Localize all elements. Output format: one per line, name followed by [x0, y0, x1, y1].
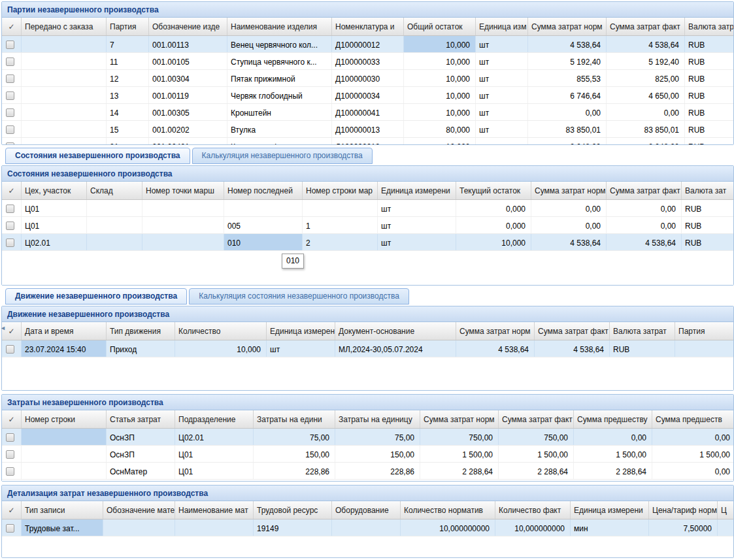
column-header[interactable]: Номер строки: [22, 410, 107, 429]
cell[interactable]: 001.00401: [149, 138, 227, 144]
row-checkbox[interactable]: [6, 222, 14, 230]
column-header[interactable]: Сумма затрат факт: [535, 322, 610, 340]
column-header[interactable]: Сумма затрат факт: [607, 182, 682, 200]
cell[interactable]: Ц01: [22, 217, 87, 234]
cell[interactable]: шт: [476, 36, 528, 53]
cell[interactable]: 14: [107, 104, 149, 121]
cell[interactable]: 2 048,00: [607, 138, 685, 144]
column-header[interactable]: Количество факт: [495, 501, 571, 519]
row-checkbox[interactable]: [6, 125, 14, 134]
column-header[interactable]: Партия: [675, 322, 733, 340]
cell[interactable]: 12: [107, 70, 149, 87]
column-header[interactable]: Ц: [718, 501, 733, 519]
cell[interactable]: 4 538,64: [535, 340, 610, 357]
cell-editor[interactable]: 010: [282, 254, 304, 269]
cell[interactable]: Кронштейн: [227, 104, 332, 121]
row-checkbox[interactable]: [6, 524, 14, 533]
column-header[interactable]: Тип записи: [22, 501, 103, 519]
cell[interactable]: [22, 429, 107, 446]
cell[interactable]: шт: [476, 121, 528, 138]
cell[interactable]: шт: [378, 217, 456, 234]
cell[interactable]: Д100000041: [332, 104, 404, 121]
cell[interactable]: шт: [378, 200, 456, 217]
checkbox-cell[interactable]: [2, 53, 22, 70]
cell[interactable]: Ступица червячного к...: [227, 53, 332, 70]
cell[interactable]: RUB: [685, 87, 733, 104]
cell[interactable]: 750,00: [499, 429, 574, 446]
column-header[interactable]: Сумма затрат факт: [607, 18, 685, 36]
cell[interactable]: RUB: [685, 53, 733, 70]
checkbox-cell[interactable]: [2, 217, 22, 234]
cell[interactable]: RUB: [685, 104, 733, 121]
column-header[interactable]: Затраты на едини: [254, 410, 335, 429]
cell[interactable]: 001.00113: [149, 36, 227, 53]
cell[interactable]: [103, 519, 175, 536]
cell[interactable]: 1 500,00: [574, 446, 652, 463]
table-row[interactable]: 21001.00401Крепление фланцевоеД100000019…: [2, 138, 733, 144]
cell[interactable]: RUB: [685, 36, 733, 53]
cell[interactable]: Червяк глобоидный: [227, 87, 332, 104]
cell[interactable]: 855,53: [528, 70, 607, 87]
cell[interactable]: 0,00: [652, 429, 733, 446]
cell[interactable]: [22, 121, 107, 138]
table-row[interactable]: ОснЗПЦ01150,00150,001 500,001 500,001 50…: [2, 446, 733, 463]
cell[interactable]: Венец червячного кол...: [227, 36, 332, 53]
cell[interactable]: [142, 200, 224, 217]
table-row[interactable]: 12001.00304Пятак прижимнойД10000003010,0…: [2, 70, 733, 87]
checkbox-cell[interactable]: [2, 463, 22, 480]
cell[interactable]: шт: [378, 234, 456, 251]
cell[interactable]: 10,000: [404, 138, 476, 144]
cell[interactable]: 001.00202: [149, 121, 227, 138]
checkbox-cell[interactable]: [2, 138, 22, 144]
cell[interactable]: 0,000: [456, 200, 531, 217]
cell[interactable]: RUB: [685, 121, 733, 138]
cell[interactable]: 10,000: [404, 53, 476, 70]
cell[interactable]: [22, 138, 107, 144]
cell[interactable]: 0,00: [607, 217, 682, 234]
table-row[interactable]: Трудовые зат...1914910,00000000010,00000…: [2, 519, 733, 536]
column-header[interactable]: Количество: [175, 322, 267, 340]
cell[interactable]: 001.00304: [149, 70, 227, 87]
tab[interactable]: Калькуляция состояния незавершенного про…: [189, 288, 409, 305]
row-checkbox[interactable]: [6, 74, 14, 83]
cell[interactable]: 83 850,01: [607, 121, 685, 138]
cell[interactable]: 15: [107, 121, 149, 138]
tab[interactable]: Калькуляция незавершенного производства: [192, 148, 373, 164]
checkbox-cell[interactable]: [2, 340, 22, 357]
cell[interactable]: Ц01: [22, 200, 87, 217]
cell[interactable]: 10,000: [404, 87, 476, 104]
cell[interactable]: 1 500,00: [420, 446, 499, 463]
column-header[interactable]: Единица измерени: [378, 182, 456, 200]
cell[interactable]: 10,000000000: [495, 519, 571, 536]
column-header[interactable]: Сумма затрат факт: [499, 410, 574, 429]
cell[interactable]: 75,00: [254, 429, 335, 446]
column-header[interactable]: Документ-основание: [335, 322, 456, 340]
select-all-checkmark-icon[interactable]: ✓: [2, 18, 22, 36]
cell[interactable]: 0,00: [607, 200, 682, 217]
column-header[interactable]: Валюта зат: [682, 182, 733, 200]
cell[interactable]: 0,00: [607, 104, 685, 121]
tab-active[interactable]: Движение незавершенного производства: [5, 288, 187, 305]
cell[interactable]: 0,00: [528, 104, 607, 121]
cell[interactable]: [224, 200, 303, 217]
cell[interactable]: 0,000: [456, 217, 531, 234]
cell[interactable]: шт: [267, 340, 335, 357]
cell[interactable]: [142, 234, 224, 251]
checkbox-cell[interactable]: [2, 446, 22, 463]
cell[interactable]: 4 650,00: [607, 87, 685, 104]
cell[interactable]: 5 192,40: [607, 53, 685, 70]
column-header[interactable]: Сумма затрат норм: [420, 410, 499, 429]
cell[interactable]: [718, 519, 733, 536]
table-row[interactable]: 7001.00113Венец червячного кол...Д100000…: [2, 36, 733, 53]
cell[interactable]: [22, 70, 107, 87]
cell[interactable]: Д100000013: [332, 121, 404, 138]
column-header[interactable]: Затраты на единицу: [335, 410, 420, 429]
table-row[interactable]: 11001.00105Ступица червячного к...Д10000…: [2, 53, 733, 70]
table-row[interactable]: 15001.00202ВтулкаД10000001380,000шт83 85…: [2, 121, 733, 138]
cell[interactable]: [22, 36, 107, 53]
table-row[interactable]: Ц01шт0,0000,000,00RUB: [2, 200, 733, 217]
cell[interactable]: [142, 217, 224, 234]
table-row[interactable]: Ц02.010102шт10,0004 538,644 538,64RUB: [2, 234, 733, 251]
row-checkbox[interactable]: [6, 41, 14, 49]
column-header[interactable]: Единица изм: [476, 18, 528, 36]
